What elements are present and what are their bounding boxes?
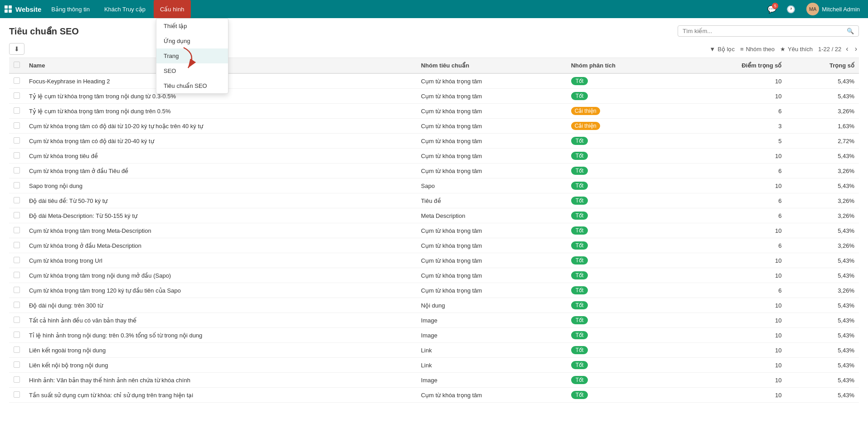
row-checkbox[interactable]	[14, 167, 20, 173]
cell-name: Liên kết ngoài trong nội dung	[24, 343, 417, 358]
badge-tot: Tốt	[571, 271, 588, 279]
nav-cau-hinh[interactable]: Cấu hình	[154, 0, 191, 18]
table-row: Cụm từ khóa trọng tâm trong 120 ký tự đầ…	[9, 283, 859, 298]
dropdown-item-trang[interactable]: Trang	[156, 48, 228, 63]
pagination-text: 1-22 / 22	[818, 46, 841, 53]
clock-icon[interactable]: 🕐	[784, 2, 798, 16]
badge-tot: Tốt	[571, 92, 588, 100]
row-checkbox[interactable]	[14, 332, 20, 338]
cell-trong-so: 1,63%	[786, 119, 859, 134]
cell-trong-so: 5,43%	[786, 253, 859, 268]
row-checkbox[interactable]	[14, 272, 20, 278]
row-checkbox[interactable]	[14, 376, 20, 383]
dropdown-item-tieu-chuan-seo[interactable]: Tiêu chuẩn SEO	[156, 78, 228, 93]
row-checkbox[interactable]	[14, 212, 20, 218]
table-body: Focus-Keyphrase in Heading 2Cụm từ khóa …	[9, 73, 859, 403]
chat-badge: 5	[772, 3, 778, 9]
nav-khach-truy-cap[interactable]: Khách Truy cập	[98, 0, 152, 18]
row-checkbox[interactable]	[14, 361, 20, 368]
cell-diem-trong-so: 10	[681, 73, 786, 89]
cell-diem-trong-so: 10	[681, 388, 786, 403]
badge-cai-thien: Cải thiện	[571, 107, 600, 115]
table-row: Độ dài Meta-Description: Từ 50-155 ký tự…	[9, 208, 859, 223]
row-checkbox[interactable]	[14, 317, 20, 323]
badge-tot: Tốt	[571, 152, 588, 160]
download-button[interactable]: ⬇	[9, 43, 24, 55]
cell-nhom-tieu-chuan: Tiêu đề	[417, 193, 567, 208]
cell-nhom-tieu-chuan: Cụm từ khóa trọng tâm	[417, 223, 567, 238]
badge-tot: Tốt	[571, 197, 588, 205]
cell-nhom-phan-tich: Tốt	[567, 268, 681, 283]
cell-trong-so: 3,26%	[786, 193, 859, 208]
row-checkbox[interactable]	[14, 242, 20, 248]
row-checkbox[interactable]	[14, 227, 20, 233]
badge-tot: Tốt	[571, 361, 588, 369]
nav-bang-thong-tin[interactable]: Bảng thông tin	[45, 0, 96, 18]
group-icon: ≡	[740, 46, 744, 53]
chat-icon[interactable]: 💬 5	[765, 2, 779, 16]
cell-nhom-phan-tich: Tốt	[567, 328, 681, 343]
row-checkbox[interactable]	[14, 182, 20, 188]
cell-name: Hình ảnh: Văn bản thay thế hình ảnh nên …	[24, 373, 417, 388]
dropdown-item-thiet-lap[interactable]: Thiết lập	[156, 19, 228, 34]
badge-tot: Tốt	[571, 331, 588, 339]
cell-nhom-phan-tich: Cải thiện	[567, 104, 681, 119]
dropdown-item-seo[interactable]: SEO	[156, 63, 228, 78]
row-checkbox[interactable]	[14, 122, 20, 129]
cell-nhom-phan-tich: Tốt	[567, 388, 681, 403]
dropdown-item-ung-dung[interactable]: Ứng dụng	[156, 34, 228, 48]
th-nhom-tieu-chuan: Nhóm tiêu chuẩn	[417, 58, 567, 73]
badge-cai-thien: Cải thiện	[571, 122, 600, 130]
row-checkbox[interactable]	[14, 287, 20, 293]
user-menu-button[interactable]: MA Mitchell Admin	[803, 1, 863, 17]
prev-page-button[interactable]: ‹	[844, 44, 850, 54]
cell-nhom-phan-tich: Tốt	[567, 208, 681, 223]
row-checkbox[interactable]	[14, 77, 20, 84]
table-row: Sapo trong nội dungSapoTốt105,43%	[9, 178, 859, 193]
row-checkbox[interactable]	[14, 391, 20, 398]
table-row: Độ dài tiêu đề: Từ 50-70 ký tựTiêu đềTốt…	[9, 193, 859, 208]
cell-trong-so: 5,43%	[786, 298, 859, 313]
row-checkbox[interactable]	[14, 257, 20, 263]
cell-name: Cụm từ khóa trong trong Url	[24, 253, 417, 268]
cell-nhom-phan-tich: Tốt	[567, 134, 681, 149]
row-checkbox[interactable]	[14, 346, 20, 353]
app-logo[interactable]: Website	[5, 5, 41, 13]
cell-nhom-tieu-chuan: Cụm từ khóa trọng tâm	[417, 73, 567, 89]
row-checkbox[interactable]	[14, 107, 20, 114]
cell-nhom-tieu-chuan: Nội dung	[417, 298, 567, 313]
row-checkbox[interactable]	[14, 152, 20, 159]
badge-tot: Tốt	[571, 376, 588, 384]
table-row: Độ dài nội dung: trên 300 từNội dungTốt1…	[9, 298, 859, 313]
page-header-right: 🔍	[678, 25, 859, 37]
select-all-checkbox[interactable]	[14, 62, 20, 68]
filter-button[interactable]: ▼ Bộ lọc	[709, 46, 735, 53]
favorite-button[interactable]: ★ Yêu thích	[780, 46, 813, 53]
search-box[interactable]: 🔍	[678, 25, 859, 37]
cell-name: Cụm từ khóa trọng tâm trong Meta-Descrip…	[24, 223, 417, 238]
row-checkbox[interactable]	[14, 137, 20, 144]
search-icon[interactable]: 🔍	[847, 28, 854, 34]
cell-nhom-tieu-chuan: Cụm từ khóa trọng tâm	[417, 134, 567, 149]
page-header: Tiêu chuẩn SEO 🔍	[0, 18, 868, 40]
pagination: 1-22 / 22 ‹ ›	[818, 44, 859, 54]
row-checkbox[interactable]	[14, 302, 20, 308]
cell-trong-so: 2,72%	[786, 134, 859, 149]
cell-diem-trong-so: 10	[681, 298, 786, 313]
next-page-button[interactable]: ›	[853, 44, 859, 54]
search-input[interactable]	[683, 28, 847, 34]
toolbar: ⬇ ▼ Bộ lọc ≡ Nhóm theo ★ Yêu thích 1-22 …	[0, 40, 868, 58]
row-checkbox[interactable]	[14, 92, 20, 99]
table-row: Cụm từ khóa trọng tâm có độ dài từ 10-20…	[9, 119, 859, 134]
cell-nhom-phan-tich: Tốt	[567, 149, 681, 164]
filter-label: Bộ lọc	[718, 46, 735, 53]
table-header-row: Name Nhóm tiêu chuẩn Nhóm phân tích Điểm…	[9, 58, 859, 73]
filter-icon: ▼	[709, 46, 715, 53]
badge-tot: Tốt	[571, 212, 588, 220]
page-container: Tiêu chuẩn SEO 🔍 ⬇ ▼ Bộ lọc ≡ Nhóm theo …	[0, 18, 868, 433]
group-button[interactable]: ≡ Nhóm theo	[740, 46, 775, 53]
cell-trong-so: 5,43%	[786, 268, 859, 283]
cell-diem-trong-so: 6	[681, 193, 786, 208]
table-row: Tất cả hình ảnh đều có văn bản thay thếI…	[9, 313, 859, 328]
row-checkbox[interactable]	[14, 197, 20, 203]
